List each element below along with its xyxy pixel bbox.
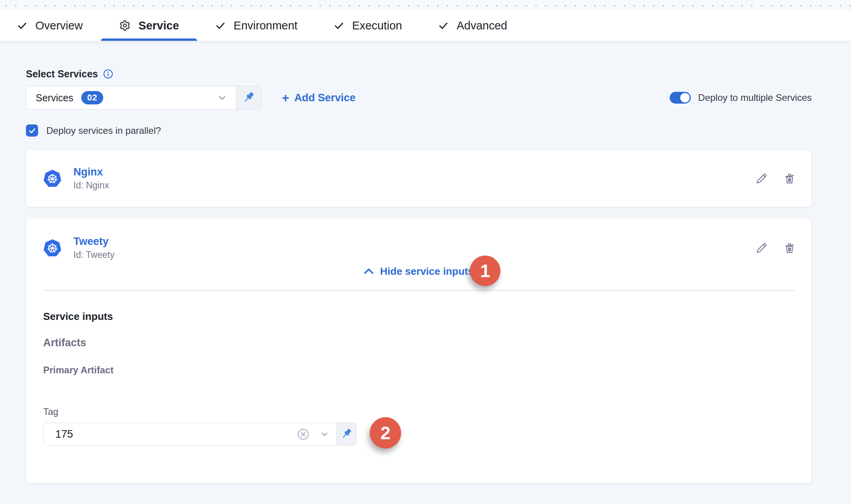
edit-icon[interactable]: [756, 172, 768, 184]
toggle-knob: [680, 93, 690, 102]
pin-icon: [340, 428, 353, 440]
kubernetes-icon: [43, 239, 62, 257]
delete-icon[interactable]: [783, 172, 796, 184]
hide-service-inputs-row: Hide service inputs 1: [26, 263, 811, 279]
plus-icon: +: [282, 91, 289, 104]
runtime-input-pin-button[interactable]: [236, 86, 261, 109]
chevron-down-icon: [217, 93, 227, 103]
tag-input[interactable]: [47, 428, 297, 440]
service-inputs-section: Service inputs Artifacts Primary Artifac…: [26, 310, 811, 446]
service-info: Tweety Id: Tweety: [73, 236, 114, 260]
chevron-down-icon[interactable]: [320, 429, 329, 439]
service-id: Id: Nginx: [73, 180, 109, 191]
hide-service-inputs-link[interactable]: Hide service inputs: [364, 265, 473, 278]
check-icon: [215, 20, 226, 31]
service-name-link[interactable]: Tweety: [73, 236, 114, 248]
service-id: Id: Tweety: [73, 250, 114, 260]
services-field-row: Services 02 + Add Service Deploy to mult…: [26, 86, 812, 110]
add-service-button[interactable]: + Add Service: [282, 91, 356, 104]
service-info: Nginx Id: Nginx: [73, 166, 109, 191]
service-card-head: Nginx Id: Nginx: [26, 150, 811, 207]
tab-overview[interactable]: Overview: [17, 10, 101, 41]
parallel-checkbox[interactable]: [26, 124, 38, 137]
annotation-badge-1: 1: [470, 256, 500, 286]
clear-icon[interactable]: [297, 428, 310, 441]
chevron-up-icon: [364, 268, 374, 274]
check-icon: [334, 20, 344, 31]
check-icon: [438, 20, 449, 31]
service-card-actions: [756, 242, 796, 254]
service-config-panel: Select Services Services 02 + Add Servic…: [0, 41, 851, 504]
tag-input-wrap: [44, 423, 336, 445]
pin-icon: [242, 91, 256, 104]
tag-input-icons: [297, 428, 329, 441]
deploy-multiple-toggle[interactable]: [670, 92, 691, 104]
services-count-badge: 02: [81, 91, 103, 104]
service-card-head: Tweety Id: Tweety: [26, 218, 811, 260]
kubernetes-icon: [43, 169, 62, 188]
tab-environment[interactable]: Environment: [197, 10, 316, 41]
services-select[interactable]: Services 02: [26, 86, 261, 110]
service-card-tweety: Tweety Id: Tweety Hide service inputs 1: [26, 218, 812, 484]
delete-icon[interactable]: [783, 242, 796, 254]
tab-label: Advanced: [457, 19, 507, 32]
tab-label: Service: [139, 19, 179, 32]
tab-execution[interactable]: Execution: [316, 10, 420, 41]
deploy-multiple-label: Deploy to multiple Services: [698, 92, 812, 103]
card-divider: [43, 290, 794, 291]
services-select-main[interactable]: Services 02: [26, 86, 236, 109]
select-services-label: Select Services: [26, 68, 98, 80]
check-icon: [17, 20, 27, 31]
tab-label: Environment: [234, 19, 298, 32]
tab-label: Overview: [35, 19, 83, 32]
check-icon: [28, 127, 36, 135]
deploy-multiple-toggle-row: Deploy to multiple Services: [670, 92, 812, 104]
service-card-nginx: Nginx Id: Nginx: [26, 150, 812, 207]
stage-tabbar: Overview Service Environment Execution A…: [0, 10, 851, 41]
add-service-label: Add Service: [294, 92, 356, 104]
tag-field-row: 2: [43, 423, 811, 446]
hide-service-inputs-label: Hide service inputs: [380, 265, 473, 278]
tab-service[interactable]: Service: [101, 10, 197, 41]
services-select-value: Services: [36, 92, 73, 104]
tag-field-group: [43, 423, 356, 446]
runtime-input-pin-button[interactable]: [336, 423, 356, 445]
service-name-link[interactable]: Nginx: [73, 166, 109, 178]
primary-artifact-heading: Primary Artifact: [43, 365, 811, 376]
gear-icon: [119, 20, 131, 31]
annotation-badge-2: 2: [370, 417, 401, 449]
tab-label: Execution: [352, 19, 402, 32]
pipeline-canvas-strip: [0, 0, 851, 10]
parallel-checkbox-label: Deploy services in parallel?: [46, 125, 161, 136]
edit-icon[interactable]: [756, 242, 768, 254]
select-services-label-row: Select Services: [26, 68, 812, 80]
tag-label: Tag: [43, 406, 811, 417]
parallel-checkbox-row: Deploy services in parallel?: [26, 124, 812, 137]
service-card-actions: [756, 172, 796, 184]
info-icon[interactable]: [103, 69, 113, 79]
service-inputs-heading: Service inputs: [43, 310, 811, 323]
artifacts-heading: Artifacts: [43, 337, 811, 349]
tab-advanced[interactable]: Advanced: [420, 10, 525, 41]
